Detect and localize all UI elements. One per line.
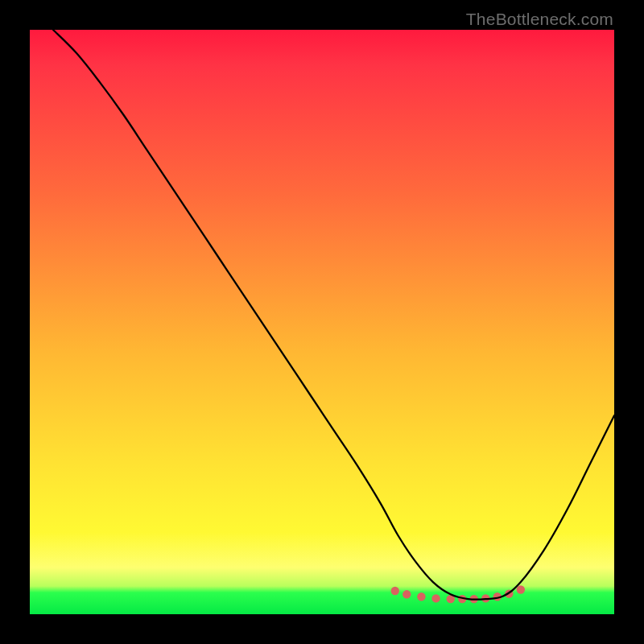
chart-frame: TheBottleneck.com	[0, 0, 644, 644]
bottleneck-curve-svg	[30, 30, 614, 614]
plot-area	[30, 30, 614, 614]
optimal-marker	[417, 592, 425, 601]
optimal-marker	[391, 587, 399, 595]
optimal-marker	[402, 590, 411, 598]
optimal-marker	[431, 594, 440, 602]
watermark-text: TheBottleneck.com	[466, 10, 613, 29]
bottleneck-curve	[53, 30, 614, 600]
optimal-marker	[517, 585, 525, 593]
